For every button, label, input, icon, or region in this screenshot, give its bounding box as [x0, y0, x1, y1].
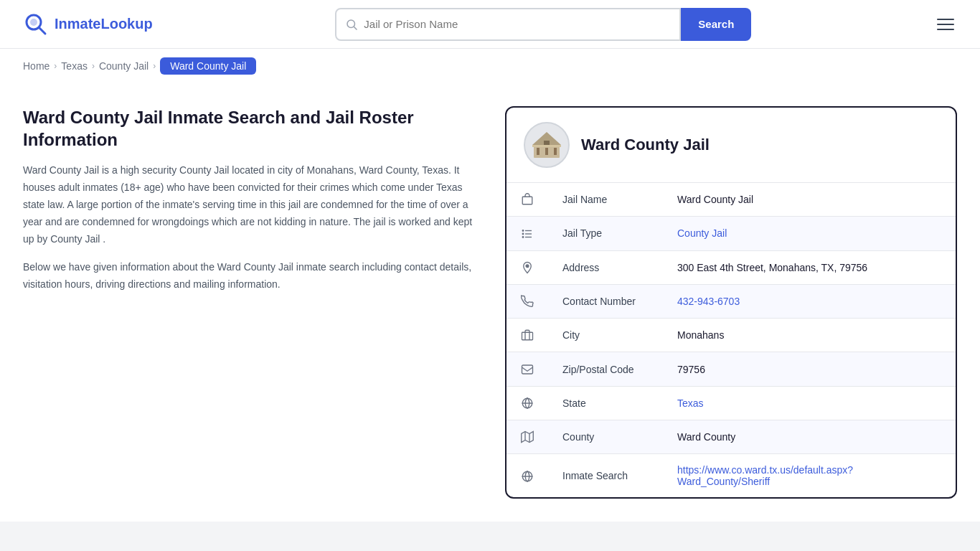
- search-globe-icon-cell: [507, 454, 548, 498]
- table-row: StateTexas: [507, 386, 956, 420]
- field-value-jail-type[interactable]: County Jail: [663, 217, 956, 250]
- svg-rect-8: [554, 148, 557, 155]
- svg-point-22: [526, 265, 529, 268]
- field-label-zip: Zip/Postal Code: [548, 352, 663, 386]
- breadcrumb-home[interactable]: Home: [23, 60, 50, 72]
- page-title: Ward County Jail Inmate Search and Jail …: [23, 106, 482, 151]
- logo-icon: [23, 11, 49, 37]
- svg-rect-12: [522, 197, 532, 205]
- table-row: CountyWard County: [507, 420, 956, 454]
- table-row: Jail NameWard County Jail: [507, 183, 956, 217]
- breadcrumb-current: Ward County Jail: [160, 57, 256, 75]
- svg-rect-11: [532, 145, 561, 147]
- breadcrumb-county-jail[interactable]: County Jail: [99, 60, 149, 72]
- field-label-county: County: [548, 420, 663, 454]
- field-value-zip: 79756: [663, 352, 956, 386]
- field-value-jail-name: Ward County Jail: [663, 183, 956, 217]
- svg-point-2: [30, 19, 37, 26]
- svg-line-4: [354, 27, 357, 29]
- svg-rect-6: [537, 148, 540, 155]
- breadcrumb-sep: ›: [153, 61, 156, 71]
- field-label-jail-type: Jail Type: [548, 217, 663, 250]
- breadcrumb-sep: ›: [92, 61, 95, 71]
- svg-rect-7: [545, 148, 548, 155]
- table-row: Zip/Postal Code79756: [507, 352, 956, 386]
- table-row: CityMonahans: [507, 319, 956, 352]
- search-area: Search: [335, 8, 751, 41]
- field-link-inmate-search[interactable]: https://www.co.ward.tx.us/default.aspx?W…: [677, 464, 853, 487]
- page-description-2: Below we have given information about th…: [23, 259, 482, 293]
- svg-point-20: [522, 233, 524, 235]
- hamburger-line: [937, 29, 954, 30]
- card-header: Ward County Jail: [507, 108, 956, 183]
- left-column: Ward County Jail Inmate Search and Jail …: [23, 106, 482, 499]
- logo-link[interactable]: InmateLookup: [23, 11, 153, 37]
- table-row: Contact Number432-943-6703: [507, 284, 956, 318]
- breadcrumb-texas[interactable]: Texas: [61, 60, 88, 72]
- field-label-inmate-search: Inmate Search: [548, 454, 663, 498]
- phone-icon-cell: [507, 284, 548, 318]
- svg-point-19: [522, 230, 524, 231]
- field-value-inmate-search[interactable]: https://www.co.ward.tx.us/default.aspx?W…: [663, 454, 956, 498]
- breadcrumb-sep: ›: [54, 61, 57, 71]
- search-button[interactable]: Search: [681, 8, 751, 41]
- globe-icon-cell: [507, 386, 548, 420]
- hamburger-menu[interactable]: [934, 16, 957, 33]
- card-title: Ward County Jail: [581, 136, 710, 154]
- table-row: Address300 East 4th Street, Monahans, TX…: [507, 250, 956, 284]
- page-description-1: Ward County Jail is a high security Coun…: [23, 162, 482, 248]
- field-label-city: City: [548, 319, 663, 352]
- field-value-county: Ward County: [663, 420, 956, 454]
- svg-point-21: [522, 236, 524, 237]
- field-value-address: 300 East 4th Street, Monahans, TX, 79756: [663, 250, 956, 284]
- location-icon-cell: [507, 250, 548, 284]
- main-content: Ward County Jail Inmate Search and Jail …: [0, 83, 980, 522]
- info-card: Ward County Jail Jail NameWard County Ja…: [505, 106, 957, 499]
- field-link-contact[interactable]: 432-943-6703: [677, 296, 740, 307]
- building2-icon-cell: [507, 319, 548, 352]
- search-icon: [345, 18, 358, 31]
- info-table: Jail NameWard County JailJail TypeCounty…: [507, 183, 956, 497]
- courthouse-icon: [531, 129, 562, 161]
- table-row: Inmate Searchhttps://www.co.ward.tx.us/d…: [507, 454, 956, 498]
- svg-line-1: [39, 27, 45, 34]
- map-icon-cell: [507, 420, 548, 454]
- table-row: Jail TypeCounty Jail: [507, 217, 956, 250]
- field-link-jail-type[interactable]: County Jail: [677, 227, 727, 239]
- svg-marker-26: [522, 432, 534, 443]
- search-wrapper: [335, 8, 681, 41]
- field-value-city: Monahans: [663, 319, 956, 352]
- site-header: InmateLookup Search: [0, 0, 980, 49]
- search-input[interactable]: [364, 18, 671, 30]
- footer: [0, 522, 980, 551]
- field-label-address: Address: [548, 250, 663, 284]
- field-value-contact[interactable]: 432-943-6703: [663, 284, 956, 318]
- field-link-state[interactable]: Texas: [677, 397, 704, 409]
- logo-text: InmateLookup: [55, 16, 153, 32]
- hamburger-line: [937, 24, 954, 25]
- jail-thumbnail: [524, 122, 570, 168]
- field-label-contact: Contact Number: [548, 284, 663, 318]
- list-icon-cell: [507, 217, 548, 250]
- svg-rect-24: [522, 365, 533, 374]
- building-icon-cell: [507, 183, 548, 217]
- svg-point-3: [347, 20, 355, 28]
- field-label-state: State: [548, 386, 663, 420]
- breadcrumb: Home › Texas › County Jail › Ward County…: [0, 49, 980, 83]
- field-label-jail-name: Jail Name: [548, 183, 663, 217]
- hamburger-line: [937, 19, 954, 20]
- svg-rect-23: [522, 333, 533, 341]
- mail-icon-cell: [507, 352, 548, 386]
- field-value-state[interactable]: Texas: [663, 386, 956, 420]
- right-column: Ward County Jail Jail NameWard County Ja…: [505, 106, 957, 499]
